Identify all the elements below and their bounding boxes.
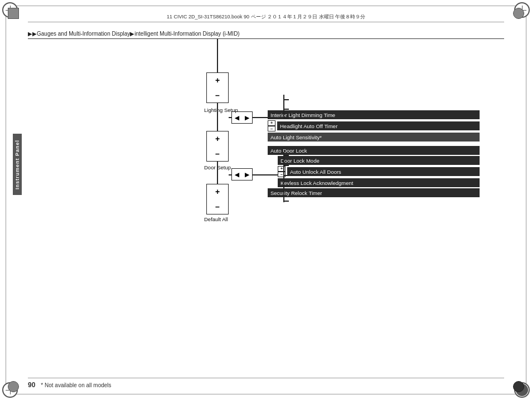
headlight-plusminus: + – [268,120,275,131]
branch-auto-unlock [283,175,289,176]
auto-door-label: Auto Door Lock [270,148,307,154]
default-box: + – [206,184,229,214]
headlight-label: Headlight Auto Off Timer [280,123,337,129]
footnote-text: * Not available on all models [41,382,111,388]
auto-light-item: Auto Light Sensitivity* [268,133,480,142]
auto-unlock-item: Auto Unlock All Doors [287,167,480,176]
top-vline [217,39,218,74]
mid-vline [217,103,218,134]
door-lock-row: Door Lock Mode [268,156,480,165]
interior-light-item: Interior Light Dimming Time [268,110,480,119]
keyless-item: Keyless Lock Acknowledgment [278,178,480,187]
branch-headlight [283,109,289,110]
nav-left-door[interactable]: ◀ [235,172,239,178]
auto-unlock-label: Auto Unlock All Doors [290,169,341,175]
sidebar-instrument-panel: Instrument Panel [12,128,22,201]
default-minus: – [215,203,220,211]
top-meta-bar: 11 CIVIC 2D_SI-31TS86210.book 90 ページ ２０１… [28,12,504,22]
h-line-lighting [229,117,232,118]
decorative-circle-tr [513,8,524,19]
branch-security [283,201,289,202]
security-item: Security Relock Timer [268,188,480,197]
headlight-row: + – Headlight Auto Off Timer [268,120,480,131]
door-nav-box[interactable]: ◀ ▶ [231,168,253,181]
headlight-item: Headlight Auto Off Timer [277,121,480,130]
lighting-box: + – [206,72,229,103]
auto-light-label: Auto Light Sensitivity* [270,134,322,140]
diagram-area: + – Lighting Setup + – Door Setup + – De… [33,39,499,367]
security-label: Security Relock Timer [270,190,322,196]
keyless-label: Keyless Lock Acknowledgment [280,180,353,186]
lighting-minus: – [215,91,220,99]
top-meta-text: 11 CIVIC 2D_SI-31TS86210.book 90 ページ ２０１… [167,13,365,21]
right-vline-door [283,152,284,202]
headlight-minus-box[interactable]: – [268,126,275,131]
right-vline-lighting [283,95,284,118]
branch-interior-light [283,99,289,100]
lighting-plus: + [215,76,220,84]
branch-auto-door [283,155,289,156]
door-box: + – [206,131,229,162]
auto-unlock-plus-box[interactable]: + [278,166,286,172]
auto-unlock-minus-box[interactable]: – [278,172,286,177]
branch-keyless [283,185,289,186]
nav-right-lighting[interactable]: ▶ [245,115,249,121]
door-lock-mode-label: Door Lock Mode [280,158,320,164]
breadcrumb: ▶▶Gauges and Multi-Information Display▶i… [28,31,504,39]
decorative-circle-tl [8,8,19,19]
lower-vline [217,162,218,187]
door-lock-item: Door Lock Mode [278,156,480,165]
right-panel: Interior Light Dimming Time + – Headligh… [268,56,480,198]
interior-light-label: Interior Light Dimming Time [270,112,335,118]
nav-right-door[interactable]: ▶ [245,172,249,178]
headlight-plus-box[interactable]: + [268,120,275,126]
branch-door-lock-mode [283,165,289,166]
nav-left-lighting[interactable]: ◀ [235,115,239,121]
auto-door-item: Auto Door Lock [268,146,480,155]
footer: 90 * Not available on all models [28,378,504,389]
decorative-circle-br [513,381,524,392]
default-label: Default All [204,216,228,222]
branch-auto-light [283,118,289,119]
keyless-row: Keyless Lock Acknowledgment [268,178,480,187]
default-plus: + [215,188,220,196]
door-plus: + [215,135,220,143]
h-line-door [229,174,232,175]
decorative-circle-bl [8,381,19,392]
auto-unlock-row: + – Auto Unlock All Doors [268,166,480,177]
lighting-nav-box[interactable]: ◀ ▶ [231,111,253,124]
sidebar-label-text: Instrument Panel [13,134,22,195]
page-number: 90 [28,381,35,389]
door-minus: – [215,150,220,158]
